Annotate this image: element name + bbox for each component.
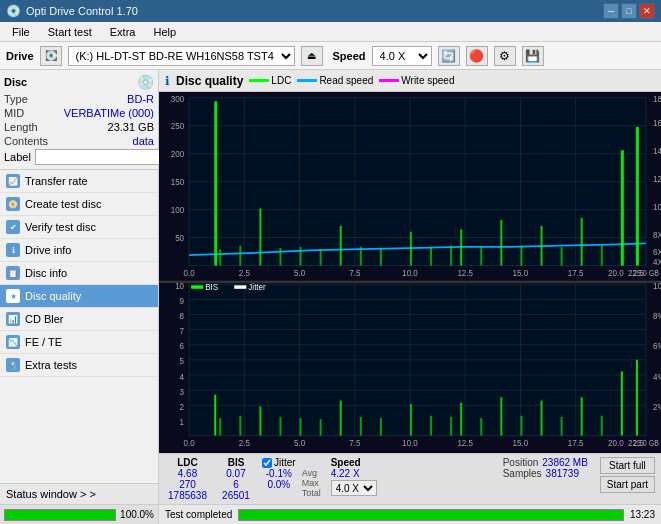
svg-text:BIS: BIS bbox=[205, 281, 218, 292]
jitter-max: 0.0% bbox=[262, 479, 296, 490]
svg-rect-120 bbox=[450, 417, 452, 436]
svg-text:7: 7 bbox=[180, 326, 185, 337]
position-value: 23862 MB bbox=[542, 457, 588, 468]
svg-rect-127 bbox=[234, 285, 246, 288]
refresh-button[interactable]: 🔄 bbox=[438, 46, 460, 66]
status-time: 13:23 bbox=[630, 509, 655, 520]
svg-rect-59 bbox=[380, 248, 382, 265]
jitter-avg: -0.1% bbox=[262, 468, 296, 479]
position-label: Position bbox=[503, 457, 539, 468]
right-panel: ℹ Disc quality LDC Read speed Write spee… bbox=[159, 70, 661, 524]
svg-text:4%: 4% bbox=[653, 371, 661, 382]
settings-button[interactable]: ⚙ bbox=[494, 46, 516, 66]
disc-type-row: Type BD-R bbox=[4, 93, 154, 105]
sidebar-item-extra-tests[interactable]: 🔬 Extra tests bbox=[0, 354, 158, 377]
nav-wrapper: 📈 Transfer rate 📀 Create test disc ✔ Ver… bbox=[0, 170, 158, 504]
svg-rect-113 bbox=[239, 416, 241, 436]
sidebar-item-transfer-rate[interactable]: 📈 Transfer rate bbox=[0, 170, 158, 193]
status-progress-fill bbox=[239, 510, 623, 520]
svg-text:8X: 8X bbox=[653, 229, 661, 240]
sidebar-item-fe-te[interactable]: 📉 FE / TE bbox=[0, 331, 158, 354]
sidebar-item-drive-info-label: Drive info bbox=[25, 244, 71, 256]
status-window-button[interactable]: Status window > > bbox=[0, 483, 158, 504]
start-part-button[interactable]: Start part bbox=[600, 476, 655, 493]
svg-text:2: 2 bbox=[180, 401, 185, 412]
drive-icon-btn[interactable]: 💽 bbox=[40, 46, 62, 66]
sidebar-item-transfer-rate-label: Transfer rate bbox=[25, 175, 88, 187]
save-button[interactable]: 💾 bbox=[522, 46, 544, 66]
create-test-disc-icon: 📀 bbox=[6, 197, 20, 211]
legend-ldc-color bbox=[249, 79, 269, 82]
bis-total: 26501 bbox=[222, 490, 250, 501]
sidebar-item-disc-quality[interactable]: ★ Disc quality bbox=[0, 285, 158, 308]
disc-length-label: Length bbox=[4, 121, 38, 133]
svg-text:20.0: 20.0 bbox=[608, 437, 624, 448]
samples-label: Samples bbox=[503, 468, 542, 479]
svg-rect-102 bbox=[214, 395, 216, 436]
bis-max: 6 bbox=[233, 479, 239, 490]
maximize-button[interactable]: □ bbox=[621, 3, 637, 19]
drive-select[interactable]: (K:) HL-DT-ST BD-RE WH16NS58 TST4 bbox=[68, 46, 295, 66]
chart-title: Disc quality bbox=[176, 74, 243, 88]
sidebar-item-drive-info[interactable]: ℹ Drive info bbox=[0, 239, 158, 262]
svg-rect-58 bbox=[360, 247, 362, 266]
disc-contents-value: data bbox=[133, 135, 154, 147]
svg-rect-51 bbox=[621, 150, 624, 265]
menu-file[interactable]: File bbox=[4, 24, 38, 40]
svg-rect-122 bbox=[520, 416, 522, 436]
sidebar-item-cd-bler[interactable]: 📊 CD Bler bbox=[0, 308, 158, 331]
svg-text:5: 5 bbox=[180, 356, 185, 367]
legend-read-speed-color bbox=[297, 79, 317, 82]
main-content: Disc 💿 Type BD-R MID VERBATIMe (000) Len… bbox=[0, 70, 661, 524]
speed-select-stats[interactable]: 4.0 X bbox=[331, 480, 377, 496]
svg-rect-111 bbox=[636, 360, 638, 436]
svg-text:300: 300 bbox=[171, 94, 185, 105]
ldc-total: 1785638 bbox=[168, 490, 207, 501]
svg-rect-63 bbox=[520, 246, 522, 266]
jitter-section: Jitter -0.1% 0.0% bbox=[262, 457, 296, 490]
svg-text:14X: 14X bbox=[653, 145, 661, 156]
svg-rect-65 bbox=[601, 246, 603, 266]
svg-rect-110 bbox=[621, 371, 623, 435]
chart-header: ℹ Disc quality LDC Read speed Write spee… bbox=[159, 70, 661, 92]
svg-rect-46 bbox=[410, 232, 412, 266]
cd-bler-icon: 📊 bbox=[6, 312, 20, 326]
disc-contents-label: Contents bbox=[4, 135, 48, 147]
sidebar-item-disc-info[interactable]: 📋 Disc info bbox=[0, 262, 158, 285]
drive-info-icon: ℹ bbox=[6, 243, 20, 257]
total-label: Total bbox=[302, 488, 321, 498]
eject-button[interactable]: ⏏ bbox=[301, 46, 323, 66]
sidebar-item-verify-test-disc[interactable]: ✔ Verify test disc bbox=[0, 216, 158, 239]
menu-start-test[interactable]: Start test bbox=[40, 24, 100, 40]
disc-label-input[interactable] bbox=[35, 149, 168, 165]
app-title: Opti Drive Control 1.70 bbox=[26, 5, 138, 17]
svg-text:10: 10 bbox=[175, 280, 184, 291]
disc-length-value: 23.31 GB bbox=[108, 121, 154, 133]
sidebar-item-create-test-disc[interactable]: 📀 Create test disc bbox=[0, 193, 158, 216]
ldc-max: 270 bbox=[179, 479, 196, 490]
samples-value: 381739 bbox=[546, 468, 579, 479]
svg-text:2%: 2% bbox=[653, 401, 661, 412]
svg-text:3: 3 bbox=[180, 386, 185, 397]
speed-section: Speed 4.22 X 4.0 X bbox=[331, 457, 377, 496]
svg-text:5.0: 5.0 bbox=[294, 437, 305, 448]
close-button[interactable]: ✕ bbox=[639, 3, 655, 19]
burn-button[interactable]: 🔴 bbox=[466, 46, 488, 66]
svg-text:12.5: 12.5 bbox=[457, 437, 473, 448]
disc-section: Disc 💿 Type BD-R MID VERBATIMe (000) Len… bbox=[0, 70, 158, 170]
status-progress-track bbox=[238, 509, 624, 521]
menu-help[interactable]: Help bbox=[145, 24, 184, 40]
svg-text:1: 1 bbox=[180, 416, 185, 427]
svg-rect-53 bbox=[219, 249, 221, 265]
svg-rect-104 bbox=[340, 401, 342, 436]
speed-select[interactable]: 4.0 X bbox=[372, 46, 432, 66]
minimize-button[interactable]: ─ bbox=[603, 3, 619, 19]
jitter-checkbox[interactable] bbox=[262, 458, 272, 468]
start-full-button[interactable]: Start full bbox=[600, 457, 655, 474]
disc-mid-label: MID bbox=[4, 107, 24, 119]
ldc-avg: 4.68 bbox=[178, 468, 197, 479]
svg-text:25.0 GB: 25.0 GB bbox=[633, 268, 659, 278]
legend-write-speed: Write speed bbox=[379, 75, 454, 86]
sidebar-item-extra-tests-label: Extra tests bbox=[25, 359, 77, 371]
menu-extra[interactable]: Extra bbox=[102, 24, 144, 40]
